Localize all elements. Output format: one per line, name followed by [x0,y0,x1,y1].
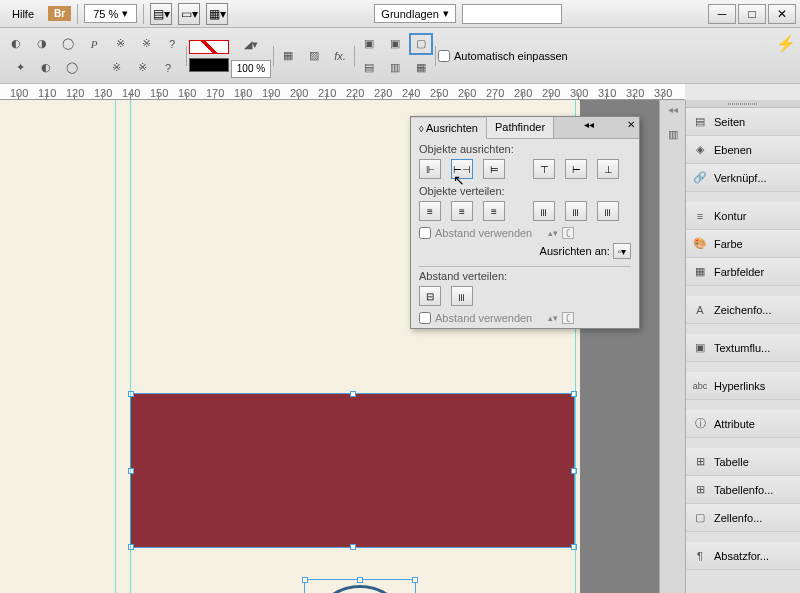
align-hcenter-icon[interactable]: ⊢⊣ [451,159,473,179]
character-panel-btn[interactable]: AZeichenfo... [686,296,800,324]
selection-handle[interactable] [302,577,308,583]
fit-frame-icon[interactable]: ▢ [409,33,433,55]
dist-hcenter-icon[interactable]: ⫼ [565,201,587,221]
fit-icon[interactable]: ▣ [383,33,407,55]
use-spacing-check2[interactable] [419,312,431,324]
bridge-button[interactable]: Br [48,6,71,21]
tool-icon[interactable]: ◯ [56,33,80,55]
search-input[interactable] [462,4,562,24]
attributes-panel-btn[interactable]: ⓘAttribute [686,410,800,438]
corner-icon[interactable]: ◢▾ [239,34,263,56]
help-icon[interactable]: ? [160,33,184,55]
guide[interactable] [115,100,116,593]
character-icon[interactable]: P [82,33,106,55]
panel-label: Hyperlinks [714,380,765,392]
pages-panel-btn[interactable]: ▤Seiten [686,108,800,136]
shadow-icon[interactable]: ▨ [302,45,326,67]
fit-icon[interactable]: ▣ [357,33,381,55]
selection-handle[interactable] [412,577,418,583]
fx-icon[interactable]: fx. [328,45,352,67]
autofit-check[interactable] [438,50,450,62]
selection-handle[interactable] [571,391,577,397]
selection-handle[interactable] [128,544,134,550]
parastyles-panel-btn[interactable]: ¶Absatzfor... [686,542,800,570]
minimize-button[interactable]: ─ [708,4,736,24]
align-panel[interactable]: ◊ Ausrichten Pathfinder ◂◂ ✕ Objekte aus… [410,116,640,329]
dist-left-icon[interactable]: ⫼ [533,201,555,221]
collapsed-panel-strip: ◂◂ ▥ [659,100,685,593]
tab-align[interactable]: ◊ Ausrichten [411,118,487,139]
selection-handle[interactable] [350,544,356,550]
tool-icon[interactable]: ※ [108,33,132,55]
selection-handle[interactable] [128,468,134,474]
alignto-dropdown[interactable]: ▫▾ [613,243,631,259]
fit-icon[interactable]: ▤ [357,57,381,79]
dist-hspace-icon[interactable]: ⫼ [451,286,473,306]
fit-icon[interactable]: ▥ [383,57,407,79]
tablestyles-panel-btn[interactable]: ⊞Tabellenfo... [686,476,800,504]
dist-vspace-icon[interactable]: ⊟ [419,286,441,306]
align-bottom-icon[interactable]: ⊥ [597,159,619,179]
align-top-icon[interactable]: ⊤ [533,159,555,179]
dist-right-icon[interactable]: ⫼ [597,201,619,221]
help-menu[interactable]: Hilfe [4,4,42,24]
panel-label: Textumflu... [714,342,770,354]
selection-handle[interactable] [128,391,134,397]
maximize-button[interactable]: □ [738,4,766,24]
gpu-icon[interactable]: ⚡ [776,34,796,53]
tab-pathfinder[interactable]: Pathfinder [487,117,554,138]
help-icon[interactable]: ? [156,57,180,79]
red-rectangle[interactable] [130,393,575,548]
panel-collapse-icon[interactable]: ◂◂ [580,117,598,138]
textwrap-panel-btn[interactable]: ▣Textumflu... [686,334,800,362]
cellstyles-panel-btn[interactable]: ▢Zellenfo... [686,504,800,532]
tool-icon[interactable]: ※ [104,57,128,79]
tool-icon[interactable]: ◐ [34,57,58,79]
logo-selection-box [304,579,416,593]
spacing-input2[interactable] [562,312,574,324]
panel-icon[interactable]: ▥ [661,123,685,145]
opacity-icon[interactable]: ▦ [276,45,300,67]
guide[interactable] [130,100,131,593]
selection-handle[interactable] [571,544,577,550]
expand-icon[interactable]: ◂◂ [668,104,678,115]
tool-icon[interactable]: ◐ [4,33,28,55]
tool-icon[interactable]: ◯ [60,57,84,79]
tool-icon[interactable]: ※ [134,33,158,55]
spacing-input[interactable] [562,227,574,239]
autofit-checkbox[interactable]: Automatisch einpassen [438,50,568,62]
section-label: Abstand verteilen: [419,270,631,282]
panel-grip[interactable] [686,100,800,108]
swatches-panel-btn[interactable]: ▦Farbfelder [686,258,800,286]
dist-vcenter-icon[interactable]: ≡ [451,201,473,221]
screen-mode-icon[interactable]: ▭▾ [178,3,200,25]
dist-top-icon[interactable]: ≡ [419,201,441,221]
align-right-icon[interactable]: ⊨ [483,159,505,179]
arrange-docs-icon[interactable]: ▦▾ [206,3,228,25]
tool-icon[interactable]: ※ [130,57,154,79]
stroke-panel-btn[interactable]: ≡Kontur [686,202,800,230]
table-panel-btn[interactable]: ⊞Tabelle [686,448,800,476]
align-left-icon[interactable]: ⊩ [419,159,441,179]
panel-close-icon[interactable]: ✕ [623,117,639,138]
fill-swatch[interactable] [189,40,229,54]
layers-panel-btn[interactable]: ◈Ebenen [686,136,800,164]
selection-handle[interactable] [357,577,363,583]
tool-icon[interactable]: ✦ [8,57,32,79]
workspace-dropdown[interactable]: Grundlagen▾ [374,4,456,23]
use-spacing-check[interactable] [419,227,431,239]
color-panel-btn[interactable]: 🎨Farbe [686,230,800,258]
dist-bottom-icon[interactable]: ≡ [483,201,505,221]
hyperlinks-panel-btn[interactable]: abcHyperlinks [686,372,800,400]
view-options-icon[interactable]: ▤▾ [150,3,172,25]
selection-handle[interactable] [571,468,577,474]
links-panel-btn[interactable]: 🔗Verknüpf... [686,164,800,192]
scale-input[interactable] [231,60,271,78]
selection-handle[interactable] [350,391,356,397]
fit-icon[interactable]: ▦ [409,57,433,79]
stroke-swatch[interactable] [189,58,229,72]
tool-icon[interactable]: ◑ [30,33,54,55]
close-button[interactable]: ✕ [768,4,796,24]
zoom-dropdown[interactable]: 75 %▾ [84,4,137,23]
align-vcenter-icon[interactable]: ⊢ [565,159,587,179]
